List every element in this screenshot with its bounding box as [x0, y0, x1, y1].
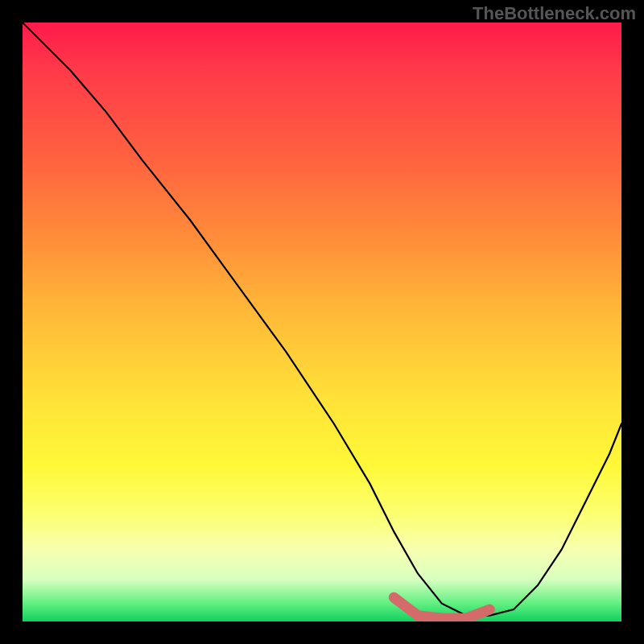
bottleneck-curve-path: [23, 23, 621, 616]
highlight-band-path: [394, 597, 489, 618]
chart-svg: [23, 23, 621, 621]
plot-area: [23, 23, 621, 621]
watermark-text: TheBottleneck.com: [473, 3, 636, 24]
